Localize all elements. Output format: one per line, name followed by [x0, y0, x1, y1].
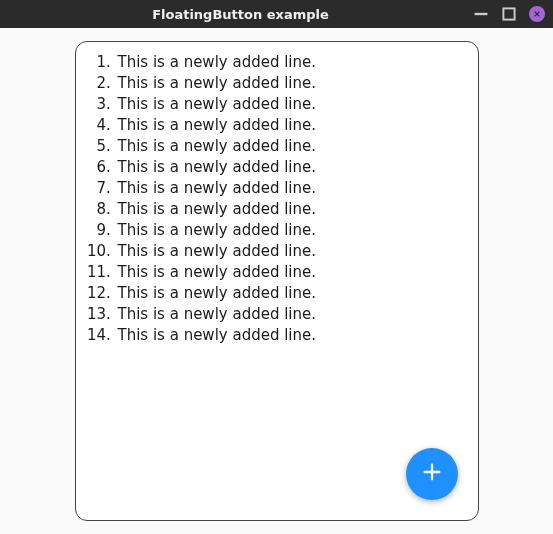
list-item: This is a newly added line. — [116, 157, 464, 178]
plus-icon — [421, 461, 443, 487]
list-item: This is a newly added line. — [116, 73, 464, 94]
list-item: This is a newly added line. — [116, 262, 464, 283]
app-body: This is a newly added line. This is a ne… — [0, 28, 553, 534]
list-item: This is a newly added line. — [116, 283, 464, 304]
list-item: This is a newly added line. — [116, 220, 464, 241]
svg-rect-1 — [503, 8, 514, 19]
lines-list: This is a newly added line. This is a ne… — [116, 52, 464, 346]
list-item: This is a newly added line. — [116, 241, 464, 262]
list-item: This is a newly added line. — [116, 199, 464, 220]
list-item: This is a newly added line. — [116, 325, 464, 346]
list-item: This is a newly added line. — [116, 94, 464, 115]
floating-add-button[interactable] — [406, 448, 458, 500]
list-item: This is a newly added line. — [116, 136, 464, 157]
list-item: This is a newly added line. — [116, 178, 464, 199]
content-card: This is a newly added line. This is a ne… — [75, 41, 479, 521]
window-title: FloatingButton example — [8, 7, 473, 22]
list-item: This is a newly added line. — [116, 115, 464, 136]
list-item: This is a newly added line. — [116, 304, 464, 325]
maximize-button[interactable] — [501, 6, 517, 22]
window-titlebar: FloatingButton example — [0, 0, 553, 28]
minimize-button[interactable] — [473, 6, 489, 22]
list-item: This is a newly added line. — [116, 52, 464, 73]
window-controls — [473, 6, 545, 22]
close-button[interactable] — [529, 6, 545, 22]
